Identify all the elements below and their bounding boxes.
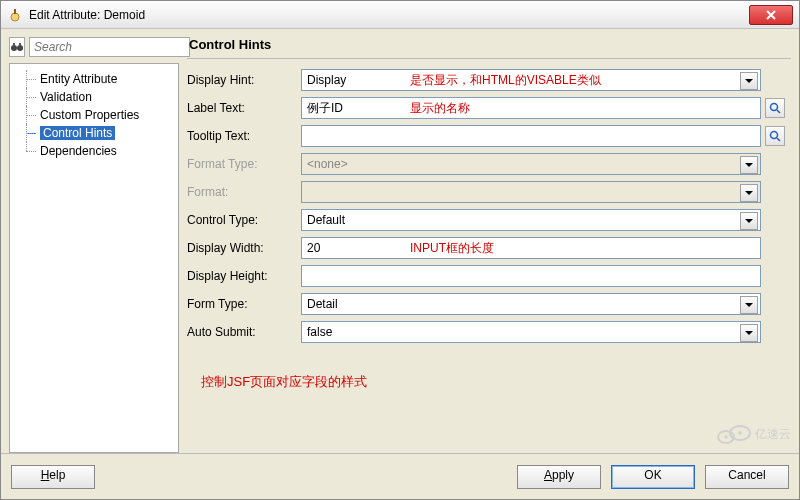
- label-form-type: Form Type:: [187, 297, 297, 311]
- svg-point-6: [771, 104, 778, 111]
- svg-point-0: [11, 13, 19, 21]
- nav-item-label: Validation: [40, 90, 92, 104]
- label-label-text: Label Text:: [187, 101, 297, 115]
- left-navigator: Entity Attribute Validation Custom Prope…: [9, 37, 179, 453]
- cancel-button[interactable]: Cancel: [705, 465, 789, 489]
- label-tooltip-text: Tooltip Text:: [187, 129, 297, 143]
- dialog-window: Edit Attribute: Demoid Entity Attribute …: [0, 0, 800, 500]
- titlebar: Edit Attribute: Demoid: [1, 1, 799, 29]
- apply-button-rest: pply: [552, 468, 574, 482]
- label-auto-submit: Auto Submit:: [187, 325, 297, 339]
- search-input[interactable]: [29, 37, 190, 57]
- field-value: Detail: [307, 297, 338, 311]
- label-display-hint: Display Hint:: [187, 73, 297, 87]
- field-form-type[interactable]: Detail: [301, 293, 761, 315]
- app-icon: [7, 7, 23, 23]
- nav-item-label: Dependencies: [40, 144, 117, 158]
- field-display-height[interactable]: [301, 265, 761, 287]
- field-format: [301, 181, 761, 203]
- nav-item-dependencies[interactable]: Dependencies: [16, 142, 172, 160]
- label-display-width: Display Width:: [187, 241, 297, 255]
- svg-line-7: [777, 110, 780, 113]
- nav-item-custom-properties[interactable]: Custom Properties: [16, 106, 172, 124]
- dialog-body: Entity Attribute Validation Custom Prope…: [1, 29, 799, 453]
- ok-button[interactable]: OK: [611, 465, 695, 489]
- annotation-display-hint: 是否显示，和HTML的VISABLE类似: [410, 72, 601, 89]
- nav-item-label: Control Hints: [40, 126, 115, 140]
- field-display-hint[interactable]: Display 是否显示，和HTML的VISABLE类似: [301, 69, 761, 91]
- panel-heading: Control Hints: [187, 37, 791, 59]
- window-title: Edit Attribute: Demoid: [29, 8, 749, 22]
- field-format-type: <none>: [301, 153, 761, 175]
- annotation-display-width: INPUT框的长度: [410, 240, 494, 257]
- field-value: <none>: [307, 157, 348, 171]
- binoculars-icon[interactable]: [9, 37, 25, 57]
- help-button[interactable]: Help: [11, 465, 95, 489]
- label-format-type: Format Type:: [187, 157, 297, 171]
- help-button-rest: elp: [49, 468, 65, 482]
- lookup-button-tooltip-text[interactable]: [765, 126, 785, 146]
- lookup-button-label-text[interactable]: [765, 98, 785, 118]
- field-display-width[interactable]: 20 INPUT框的长度: [301, 237, 761, 259]
- label-format: Format:: [187, 185, 297, 199]
- field-tooltip-text[interactable]: [301, 125, 761, 147]
- svg-line-9: [777, 138, 780, 141]
- window-close-button[interactable]: [749, 5, 793, 25]
- nav-item-entity-attribute[interactable]: Entity Attribute: [16, 70, 172, 88]
- right-panel: Control Hints Display Hint: Display 是否显示…: [187, 37, 791, 453]
- search-row: [9, 37, 179, 57]
- apply-button[interactable]: Apply: [517, 465, 601, 489]
- svg-rect-1: [14, 9, 16, 14]
- field-control-type[interactable]: Default: [301, 209, 761, 231]
- label-display-height: Display Height:: [187, 269, 297, 283]
- nav-tree: Entity Attribute Validation Custom Prope…: [9, 63, 179, 453]
- label-control-type: Control Type:: [187, 213, 297, 227]
- nav-item-label: Entity Attribute: [40, 72, 117, 86]
- nav-item-control-hints[interactable]: Control Hints: [16, 124, 172, 142]
- field-auto-submit[interactable]: false: [301, 321, 761, 343]
- field-value: false: [307, 325, 332, 339]
- svg-rect-4: [13, 43, 15, 46]
- nav-item-label: Custom Properties: [40, 108, 139, 122]
- svg-point-8: [771, 132, 778, 139]
- field-value: 20: [307, 241, 320, 255]
- field-value: 例子ID: [307, 100, 343, 117]
- control-hints-form: Display Hint: Display 是否显示，和HTML的VISABLE…: [187, 69, 791, 343]
- svg-rect-5: [19, 43, 21, 46]
- annotation-label-text: 显示的名称: [410, 100, 470, 117]
- field-label-text[interactable]: 例子ID 显示的名称: [301, 97, 761, 119]
- annotation-summary: 控制JSF页面对应字段的样式: [201, 373, 791, 391]
- dialog-footer: Help Apply OK Cancel: [1, 453, 799, 499]
- field-value: Display: [307, 73, 346, 87]
- nav-item-validation[interactable]: Validation: [16, 88, 172, 106]
- field-value: Default: [307, 213, 345, 227]
